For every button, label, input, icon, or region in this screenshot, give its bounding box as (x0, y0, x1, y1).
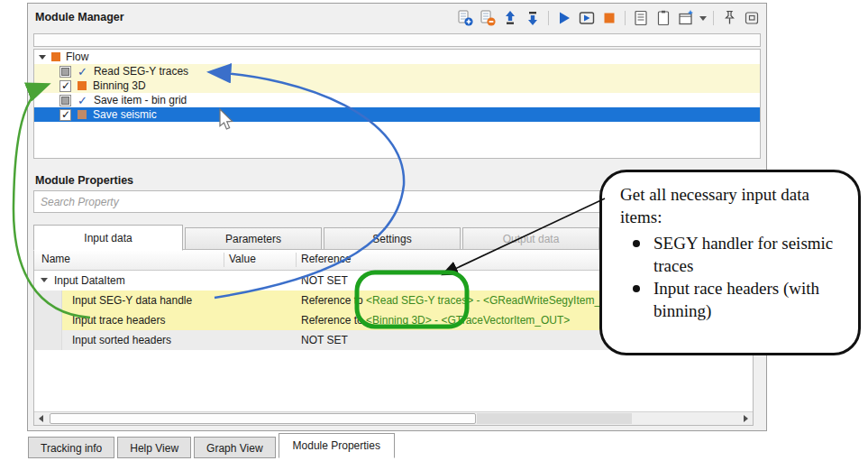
tree-node-label: Save item - bin grid (94, 94, 187, 106)
run-icon[interactable] (554, 8, 574, 28)
reference-detail: <Read SEG-Y traces> - <GReadWriteSegyIte… (366, 294, 629, 307)
scroll-left-icon[interactable] (34, 412, 48, 425)
tree-node-label: Binning 3D (93, 79, 146, 92)
bullet-icon (633, 240, 640, 247)
column-separator[interactable] (296, 253, 297, 267)
tab-tracking-info[interactable]: Tracking info (28, 437, 114, 458)
remove-module-icon[interactable] (478, 8, 498, 28)
property-name: Input trace headers (72, 314, 165, 327)
view-tabs: Tracking info Help View Graph View Modul… (28, 433, 395, 458)
flow-tree: Flow ✓ Read SEG-Y traces Binning 3D ✓ Sa… (33, 49, 761, 159)
column-header-name[interactable]: Name (41, 253, 70, 265)
scrollbar-track[interactable] (477, 413, 632, 424)
bullet-icon (633, 285, 640, 292)
tab-output-data: Output data (462, 227, 599, 250)
reference-detail: <Binning 3D> - <GTraceVectorItem_OUT> (366, 314, 570, 327)
property-reference: NOT SET (301, 334, 348, 346)
add-module-icon[interactable] (455, 8, 475, 28)
tab-input-data[interactable]: Input data (33, 225, 183, 251)
tab-parameters[interactable]: Parameters (185, 227, 322, 250)
tree-node-label: Flow (66, 51, 88, 63)
tree-node-save-seismic[interactable]: Save seismic (34, 107, 760, 122)
checkbox-partial[interactable] (59, 95, 71, 106)
tab-module-properties[interactable]: Module Properties (279, 433, 395, 458)
clipboard-icon[interactable] (653, 8, 673, 28)
annotation-callout: Get all necessary input data items: SEGY… (599, 170, 861, 355)
property-reference: Reference to <Read SEG-Y traces> - <GRea… (301, 294, 629, 307)
callout-bullet-list: SEGY handler for seismic traces Input ra… (620, 232, 847, 322)
panel-title: Module Manager (35, 11, 124, 23)
tree-node-label: Read SEG-Y traces (94, 65, 188, 78)
tree-node-label: Save seismic (93, 108, 157, 121)
property-reference: NOT SET (301, 274, 348, 287)
screenshot: Module Manager (0, 0, 868, 461)
checkbox-checked[interactable] (59, 109, 71, 121)
new-window-icon[interactable] (676, 8, 696, 28)
property-reference: Reference to <Binning 3D> - <GTraceVecto… (301, 314, 570, 327)
new-window-dropdown-icon[interactable] (699, 8, 708, 28)
collapse-arrow-icon[interactable] (39, 55, 46, 60)
callout-bullet-text: SEGY handler for seismic traces (653, 232, 847, 277)
row-indent (34, 330, 62, 350)
export-flow-icon[interactable] (523, 8, 543, 28)
property-tabs: Input data Parameters Settings Output da… (33, 224, 599, 250)
tree-node-save-item[interactable]: ✓ Save item - bin grid (34, 93, 760, 107)
module-icon (51, 52, 60, 61)
callout-bullet: Input race headers (with binning) (633, 277, 847, 322)
horizontal-scrollbar[interactable] (34, 411, 753, 425)
row-indent (34, 290, 62, 310)
tab-graph-view[interactable]: Graph View (194, 437, 275, 458)
float-window-icon[interactable] (742, 8, 762, 28)
column-header-value[interactable]: Value (229, 253, 256, 265)
checkbox-checked[interactable] (59, 80, 71, 92)
property-name: Input DataItem (54, 274, 125, 287)
stop-icon[interactable] (599, 8, 619, 28)
import-flow-icon[interactable] (500, 8, 520, 28)
tab-settings[interactable]: Settings (324, 227, 461, 250)
tree-node-flow[interactable]: Flow (34, 50, 760, 64)
reference-prefix: Reference to (301, 314, 366, 327)
tree-node-binning-3d[interactable]: Binning 3D (34, 78, 760, 93)
report-icon[interactable] (631, 8, 651, 28)
toolbar-separator (713, 11, 714, 25)
property-name: Input sorted headers (72, 334, 171, 346)
row-indent (34, 310, 62, 330)
checkbox-partial[interactable] (59, 66, 71, 78)
empty-filter-strip (33, 33, 761, 47)
property-name: Input SEG-Y data handle (72, 294, 192, 307)
column-header-reference[interactable]: Reference (301, 253, 351, 265)
toolbar-separator (548, 11, 549, 25)
pin-icon[interactable] (719, 8, 739, 28)
column-separator[interactable] (224, 253, 224, 267)
scroll-right-icon[interactable] (739, 412, 753, 425)
callout-bullet-text: Input race headers (with binning) (653, 277, 847, 322)
module-icon (78, 81, 87, 90)
tree-node-read-segy[interactable]: ✓ Read SEG-Y traces (34, 64, 760, 78)
module-manager-toolbar (455, 8, 762, 28)
module-properties-title: Module Properties (35, 174, 133, 187)
callout-bullet: SEGY handler for seismic traces (633, 232, 847, 277)
callout-text: Get all necessary input data items: (620, 183, 847, 228)
reference-prefix: Reference to (301, 294, 366, 307)
check-icon: ✓ (78, 95, 87, 106)
check-icon: ✓ (78, 66, 87, 78)
tab-help-view[interactable]: Help View (117, 437, 191, 458)
scrollbar-thumb[interactable] (50, 413, 476, 424)
expand-arrow-icon[interactable] (41, 278, 48, 282)
run-flow-icon[interactable] (577, 8, 597, 28)
module-icon (78, 110, 87, 119)
toolbar-separator (625, 11, 626, 25)
